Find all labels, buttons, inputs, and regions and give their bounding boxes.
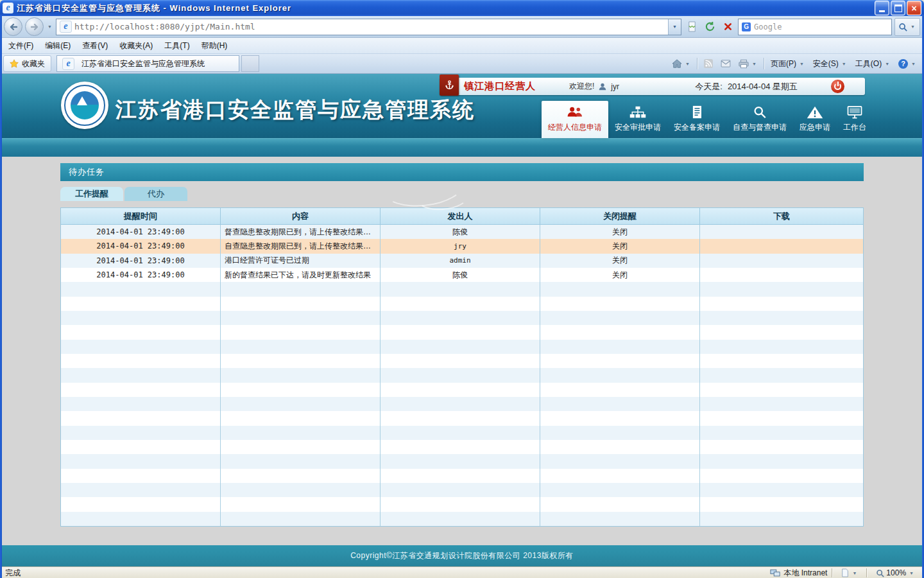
reminder-table: 提醒时间 内容 发出人 关闭提醒 下载 2014-04-01 23:49:00 … (60, 207, 864, 527)
tab-work-reminder[interactable]: 工作提醒 (60, 187, 123, 201)
table-row-empty (61, 512, 863, 526)
table-row-empty (61, 340, 863, 354)
print-button[interactable]: ▼ (735, 57, 762, 71)
table-row-empty (61, 454, 863, 468)
table-row-empty (61, 282, 863, 296)
address-input[interactable]: e http://localhost:8080/yjpt/Main.html ▼ (56, 19, 681, 35)
nav-label: 经营人信息申请 (548, 122, 602, 133)
refresh-button[interactable] (702, 19, 717, 35)
help-icon: ? (898, 59, 908, 69)
table-row-empty (61, 297, 863, 311)
chevron-down-icon: ▼ (908, 571, 915, 575)
back-icon (8, 22, 19, 32)
search-button[interactable]: ▼ (894, 18, 920, 36)
menu-view[interactable]: 查看(V) (76, 39, 114, 53)
people-icon (565, 105, 585, 119)
cell-time: 2014-04-01 23:49:00 (61, 239, 221, 253)
address-bar: ▼ e http://localhost:8080/yjpt/Main.html… (0, 16, 924, 38)
monitor-icon (845, 105, 864, 119)
anchor-icon (440, 74, 459, 96)
zoom-control[interactable]: 100% ▼ (872, 566, 919, 578)
google-icon: G (742, 22, 751, 31)
address-url-text: http://localhost:8080/yjpt/Main.html (74, 22, 665, 31)
org-icon (628, 105, 647, 119)
chevron-down-icon: ▼ (851, 571, 858, 575)
menu-favorites[interactable]: 收藏夹(A) (114, 39, 158, 53)
refresh-icon (705, 21, 715, 32)
read-mail-button[interactable] (717, 57, 735, 70)
nav-operator-info[interactable]: 经营人信息申请 (542, 101, 608, 138)
table-row-empty (61, 325, 863, 339)
protected-mode-button[interactable]: ▼ (837, 566, 862, 578)
table-row-empty (61, 311, 863, 325)
cell-sender: admin (381, 254, 540, 268)
table-row-empty (61, 497, 863, 511)
cell-time: 2014-04-01 23:49:00 (61, 268, 221, 282)
warning-icon (805, 105, 825, 119)
table-row-empty (61, 383, 863, 397)
search-dropdown-icon: ▼ (909, 24, 916, 29)
address-dropdown[interactable]: ▼ (668, 19, 681, 35)
status-bar: 完成 本地 Intranet ▼ 100% ▼ (0, 566, 924, 578)
nav-safety-approval[interactable]: 安全审批申请 (608, 101, 667, 138)
home-button[interactable]: ▼ (668, 57, 695, 71)
close-reminder-link[interactable]: 关闭 (612, 227, 628, 238)
table-row-selected[interactable]: 2014-04-01 23:49:00 自查隐患整改期限已到，请上传整改结果… … (61, 239, 863, 253)
panel-title: 待办任务 (60, 163, 864, 181)
nav-workbench[interactable]: 工作台 (837, 101, 873, 138)
home-icon (672, 59, 682, 68)
favorites-button[interactable]: 收藏夹 (3, 55, 51, 72)
tools-menu[interactable]: 工具(O)▼ (851, 56, 894, 72)
role-tag[interactable]: 镇江港口经营人 (464, 80, 536, 92)
nav-safety-record[interactable]: 安全备案申请 (667, 101, 726, 138)
safety-menu[interactable]: 安全(S)▼ (809, 56, 851, 72)
table-row-empty (61, 368, 863, 382)
home-dropdown-icon: ▼ (684, 62, 691, 66)
close-reminder-link[interactable]: 关闭 (612, 255, 628, 266)
cell-content: 新的督查结果已下达，请及时更新整改结果 (221, 268, 381, 282)
zoom-level: 100% (886, 568, 906, 577)
table-row[interactable]: 2014-04-01 23:49:00 港口经营许可证号已过期 admin 关闭 (61, 254, 863, 268)
menu-tools[interactable]: 工具(T) (158, 39, 195, 53)
history-dropdown[interactable]: ▼ (46, 24, 53, 29)
security-zone: 本地 Intranet (770, 568, 827, 578)
menu-help[interactable]: 帮助(H) (196, 39, 234, 53)
minimize-button[interactable] (875, 1, 889, 15)
magnifier-icon (750, 105, 769, 119)
table-row[interactable]: 2014-04-01 23:49:00 新的督查结果已下达，请及时更新整改结果 … (61, 268, 863, 282)
nav-label: 工作台 (843, 122, 866, 133)
feeds-button[interactable] (700, 57, 717, 71)
table-row[interactable]: 2014-04-01 23:49:00 督查隐患整改期限已到，请上传整改结果… … (61, 225, 863, 239)
browser-tab[interactable]: e 江苏省港口安全监管与应急管理系统 (56, 55, 239, 72)
page-header: 镇江港口经营人 欢迎您! jyr 今天是: 2014-04-04 星期五 江苏省… (0, 74, 924, 138)
close-button[interactable]: × (907, 1, 921, 15)
stop-button[interactable] (720, 19, 735, 35)
column-header-sender: 发出人 (381, 208, 540, 224)
welcome-group: 欢迎您! jyr (569, 81, 619, 92)
content-area: 待办任务 工作提醒 代办 提醒时间 内容 发出人 关闭提醒 下载 2014-04… (0, 157, 924, 545)
page-menu[interactable]: 页面(P)▼ (767, 56, 809, 72)
nav-emergency[interactable]: 应急申请 (793, 101, 837, 138)
close-reminder-link[interactable]: 关闭 (612, 241, 628, 252)
search-placeholder: Google (754, 22, 782, 31)
chevron-down-icon: ▼ (884, 62, 891, 66)
tab-todo[interactable]: 代办 (124, 187, 187, 201)
cell-time: 2014-04-01 23:49:00 (61, 254, 221, 268)
back-button[interactable] (4, 17, 22, 36)
menu-file[interactable]: 文件(F) (3, 39, 39, 53)
maximize-button[interactable] (891, 1, 905, 15)
menu-edit[interactable]: 编辑(E) (39, 39, 76, 53)
compatibility-button[interactable] (684, 19, 699, 35)
close-reminder-link[interactable]: 关闭 (612, 270, 628, 281)
zoom-icon (876, 569, 884, 577)
forward-button[interactable] (25, 17, 44, 36)
new-tab-stub[interactable] (241, 55, 259, 72)
page-small-icon (841, 568, 849, 577)
nav-self-inspection[interactable]: 自查与督查申请 (726, 101, 793, 138)
tab-favicon: e (62, 58, 74, 70)
logout-power-button[interactable] (831, 80, 844, 93)
search-input[interactable]: G Google (738, 19, 892, 35)
table-row-empty (61, 397, 863, 411)
help-button[interactable]: ?▼ (894, 57, 921, 71)
toolbar-divider (697, 58, 698, 69)
